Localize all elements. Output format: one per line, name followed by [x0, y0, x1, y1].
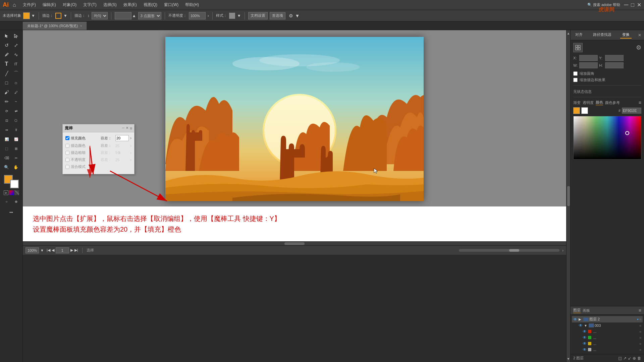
- sub-layer-1[interactable]: 👁 ... ○: [572, 328, 643, 335]
- layers-menu[interactable]: ≡: [639, 308, 641, 313]
- sl1-visible[interactable]: 👁: [583, 329, 587, 334]
- tab-color-guide[interactable]: 颜色参考: [605, 100, 620, 105]
- opacity-input[interactable]: [189, 12, 206, 19]
- warp-tool[interactable]: ⤢: [12, 41, 20, 50]
- menu-object[interactable]: 对象(O): [60, 1, 79, 8]
- document-tab-close[interactable]: ×: [80, 24, 82, 28]
- extra-tool[interactable]: ⊕: [12, 197, 20, 206]
- color-menu[interactable]: ≡: [639, 100, 641, 105]
- sub-layer-2[interactable]: 👁 ... ○: [572, 335, 643, 341]
- tab-layers[interactable]: 图层: [573, 308, 581, 313]
- panel-minimize[interactable]: ─: [122, 126, 124, 131]
- right-panel-close[interactable]: ✕: [638, 33, 641, 38]
- panel-menu-icon[interactable]: ≡: [130, 126, 132, 131]
- stroke-color-swatch[interactable]: [55, 13, 61, 19]
- fill-tolerance-input[interactable]: [115, 135, 129, 141]
- gradient-icon[interactable]: [9, 190, 14, 195]
- tab-align[interactable]: 对齐: [573, 32, 585, 39]
- scale-tool[interactable]: ⊡: [2, 116, 11, 125]
- reflect-tool[interactable]: ⇄: [12, 107, 20, 115]
- menu-text[interactable]: 文字(T): [80, 1, 99, 8]
- sl1-lock[interactable]: ○: [639, 330, 641, 334]
- layer-2-lock[interactable]: ○: [639, 317, 641, 321]
- hex-color-input[interactable]: [622, 108, 641, 114]
- stroke-type-select[interactable]: 均匀: [92, 12, 108, 19]
- tab-color[interactable]: 颜色: [596, 100, 603, 105]
- style-swatch[interactable]: [229, 13, 235, 19]
- sublayer-003-visible[interactable]: 👁: [579, 323, 583, 328]
- document-tab[interactable]: 未标题-1* @ 100% (RGB/预览) ×: [23, 22, 87, 30]
- sub-layer-4[interactable]: 👁 ... ○: [572, 347, 643, 353]
- search-bar[interactable]: 🔍 搜索 adobe 帮助: [587, 2, 620, 7]
- arc-tool[interactable]: ⌒: [12, 69, 20, 78]
- opacity-checkbox[interactable]: [65, 158, 69, 162]
- grid-icon[interactable]: [573, 43, 583, 52]
- menu-effect[interactable]: 效果(E): [121, 1, 140, 8]
- page-prev[interactable]: ◀: [52, 248, 54, 252]
- scroll-down[interactable]: ▼: [567, 357, 570, 361]
- layer-2-expand[interactable]: ▶: [579, 317, 583, 321]
- slice-tool[interactable]: ⊞: [12, 144, 20, 153]
- width-tool[interactable]: ⇔: [2, 125, 11, 134]
- panel-close[interactable]: ✕: [126, 126, 128, 131]
- blob-brush-tool[interactable]: 🖊: [12, 88, 20, 97]
- bar-tool[interactable]: 📈: [12, 135, 20, 143]
- color-bg-swatch[interactable]: [581, 107, 588, 114]
- zoom-tool[interactable]: 🔍: [2, 163, 11, 172]
- tab-pathfinder[interactable]: 路径查找器: [591, 32, 613, 39]
- layers-new-btn[interactable]: ⊕: [633, 356, 636, 361]
- y-input[interactable]: [605, 55, 624, 61]
- scale-strokes-checkbox[interactable]: [573, 78, 578, 82]
- sublayer-003-lock[interactable]: ○: [639, 324, 641, 327]
- ellipse-tool[interactable]: ○: [12, 78, 20, 87]
- warp2-tool[interactable]: ⥣: [12, 125, 20, 134]
- sub-layer-003[interactable]: 👁 ▼ 003 ○: [572, 322, 643, 328]
- scroll-right[interactable]: ›: [562, 248, 564, 252]
- none2-icon[interactable]: ○: [2, 197, 11, 206]
- fill-tolerance-more[interactable]: ›: [130, 136, 131, 140]
- page-last[interactable]: ▶|: [74, 248, 78, 252]
- rotate-tool[interactable]: ↺: [2, 41, 11, 50]
- page-first[interactable]: |◀: [47, 248, 50, 252]
- sl3-visible[interactable]: 👁: [583, 341, 587, 346]
- stroke-method-icon[interactable]: ↕: [88, 13, 90, 18]
- menu-window[interactable]: 窗口(W): [161, 1, 181, 8]
- preferences-icon[interactable]: ⚙: [289, 13, 293, 18]
- hand-tool[interactable]: ✋: [12, 163, 20, 172]
- h-scrollbar[interactable]: [23, 241, 566, 245]
- paintbrush-tool[interactable]: 🖌: [2, 88, 11, 97]
- tab-transparency[interactable]: 透明度: [583, 100, 594, 105]
- sl3-lock[interactable]: ○: [639, 342, 641, 346]
- stroke-width-input[interactable]: [115, 12, 131, 19]
- opacity-more-icon[interactable]: ›: [208, 13, 209, 18]
- fill-dropdown-icon[interactable]: ▼: [31, 13, 35, 18]
- preferences-more-icon[interactable]: ▼: [295, 13, 300, 18]
- direct-select-tool[interactable]: [12, 32, 20, 40]
- maximize-icon[interactable]: □: [631, 2, 634, 8]
- stroke-dropdown-icon[interactable]: ▼: [63, 13, 67, 18]
- layer-2-visible[interactable]: 👁: [573, 317, 578, 322]
- page-input[interactable]: [56, 247, 69, 253]
- rotate-obj-tool[interactable]: ⟳: [2, 107, 11, 115]
- line-tool[interactable]: ╱: [2, 69, 11, 78]
- pencil-tool[interactable]: ✏: [2, 97, 11, 106]
- transform-more[interactable]: ⚙: [636, 44, 641, 51]
- tab-transform[interactable]: 变换: [620, 32, 632, 39]
- tab-artboards[interactable]: 画板: [583, 308, 590, 313]
- close-icon[interactable]: ✕: [637, 2, 641, 8]
- color-fg-swatch[interactable]: [573, 107, 580, 114]
- color-spectrum[interactable]: [573, 116, 641, 160]
- menu-help[interactable]: 帮助(H): [182, 1, 202, 8]
- blend-mode-checkbox[interactable]: [65, 165, 69, 169]
- fill-color-swatch[interactable]: [23, 12, 30, 19]
- shear-tool[interactable]: ⬡: [12, 116, 20, 125]
- style-dropdown-icon[interactable]: ▼: [237, 13, 241, 18]
- minimize-icon[interactable]: ─: [624, 1, 629, 8]
- canvas-inner[interactable]: 魔棒 ─ ✕ ≡ 填充颜色 容差：: [23, 30, 566, 241]
- h-input[interactable]: [605, 62, 624, 68]
- constrain-checkbox[interactable]: [573, 71, 578, 76]
- w-input[interactable]: [579, 62, 598, 68]
- artboard-tool[interactable]: ⬚: [2, 144, 11, 153]
- pen-tool[interactable]: [2, 50, 11, 59]
- layers-add-btn[interactable]: ◫: [618, 356, 622, 361]
